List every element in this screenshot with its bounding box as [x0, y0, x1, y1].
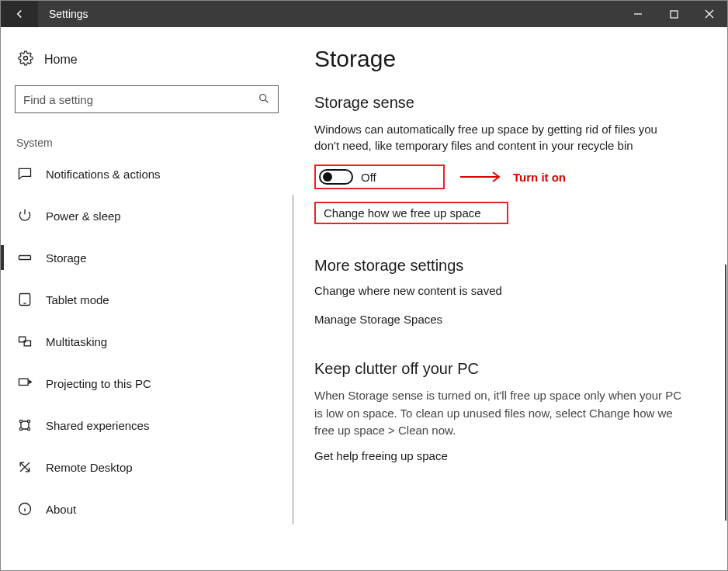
sidebar-item-label: Notifications & actions: [46, 168, 161, 181]
multitask-icon: [16, 334, 33, 349]
gear-icon: [18, 50, 33, 68]
section-heading-storage-sense: Storage sense: [314, 94, 704, 112]
section-label: System: [15, 137, 271, 149]
sidebar-item-shared[interactable]: Shared experiences: [15, 408, 271, 442]
section-heading-clutter: Keep clutter off your PC: [314, 360, 704, 378]
tablet-icon: [16, 292, 33, 307]
message-icon: [16, 166, 33, 182]
sidebar-item-projecting[interactable]: Projecting to this PC: [15, 366, 271, 400]
change-free-space-link[interactable]: Change how we free up space: [314, 202, 508, 224]
section-heading-more: More storage settings: [314, 257, 704, 275]
search-icon: [258, 92, 270, 107]
sidebar-item-power[interactable]: Power & sleep: [15, 199, 271, 233]
change-content-saved-link[interactable]: Change where new content is saved: [314, 284, 704, 297]
sidebar-item-storage[interactable]: Storage: [15, 241, 271, 275]
annotation-box-toggle: Off: [314, 164, 445, 189]
sidebar-item-label: Multitasking: [46, 335, 107, 348]
svg-rect-7: [19, 379, 29, 385]
svg-point-9: [27, 420, 29, 422]
sidebar-item-label: Tablet mode: [46, 293, 109, 306]
close-button[interactable]: [692, 1, 727, 27]
window-title: Settings: [38, 1, 99, 27]
svg-rect-0: [671, 11, 678, 18]
annotation-arrow: Turn it on: [459, 170, 566, 184]
divider: [293, 195, 293, 524]
sidebar-item-tablet[interactable]: Tablet mode: [15, 282, 271, 317]
page-title: Storage: [314, 46, 704, 72]
sidebar-item-label: Remote Desktop: [46, 461, 133, 474]
svg-point-8: [19, 420, 22, 422]
sidebar-item-notifications[interactable]: Notifications & actions: [15, 157, 271, 191]
search-field[interactable]: [23, 93, 258, 106]
sidebar-item-label: Storage: [46, 251, 87, 265]
project-icon: [16, 375, 33, 391]
titlebar: Settings: [1, 1, 727, 27]
minimize-button[interactable]: [620, 1, 656, 27]
svg-point-1: [24, 57, 28, 61]
sidebar-item-label: Power & sleep: [46, 209, 121, 223]
power-icon: [16, 208, 33, 223]
home-label: Home: [44, 53, 78, 67]
toggle-state-label: Off: [361, 171, 376, 184]
svg-point-11: [27, 427, 29, 430]
back-button[interactable]: [1, 1, 38, 27]
share-icon: [16, 417, 33, 433]
get-help-link[interactable]: Get help freeing up space: [314, 449, 704, 462]
svg-point-2: [260, 94, 266, 100]
home-link[interactable]: Home: [15, 50, 271, 68]
manage-storage-spaces-link[interactable]: Manage Storage Spaces: [314, 313, 704, 326]
scrollbar[interactable]: [725, 265, 726, 521]
toggle-knob: [323, 172, 332, 182]
storage-icon: [16, 250, 33, 265]
search-input[interactable]: [15, 85, 279, 113]
sidebar-item-label: Shared experiences: [46, 419, 149, 432]
annotation-text: Turn it on: [513, 171, 566, 184]
sidebar-item-multitasking[interactable]: Multitasking: [15, 324, 271, 358]
storage-sense-description: Windows can automatically free up space …: [314, 121, 679, 154]
sidebar-item-label: About: [46, 503, 76, 516]
sidebar-item-label: Projecting to this PC: [46, 377, 151, 390]
sidebar-item-remote[interactable]: Remote Desktop: [15, 450, 271, 484]
svg-rect-3: [19, 256, 31, 260]
storage-sense-toggle[interactable]: [319, 169, 353, 185]
sidebar-item-about[interactable]: About: [15, 492, 271, 526]
info-icon: [16, 501, 33, 517]
maximize-button[interactable]: [656, 1, 692, 27]
remote-icon: [16, 459, 33, 475]
clutter-description: When Storage sense is turned on, it'll f…: [314, 387, 687, 440]
svg-point-10: [19, 427, 22, 430]
